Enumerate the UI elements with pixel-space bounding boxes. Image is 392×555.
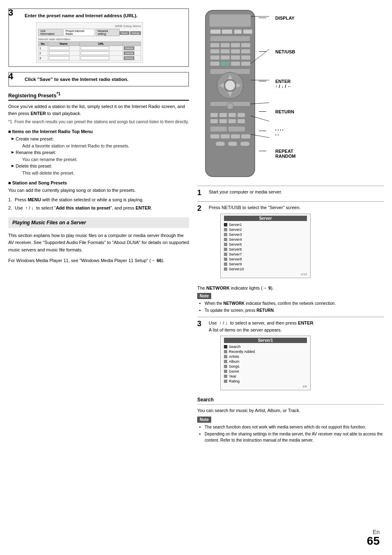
top-menu-sub-2: You can rename the preset.	[16, 156, 189, 163]
server-pagination: 1/10	[224, 272, 307, 276]
top-menu-item-2: Rename this preset: You can rename the p…	[12, 149, 189, 163]
svg-rect-19	[210, 62, 219, 66]
right-step1-number: 1	[197, 189, 205, 197]
server1-pagination: 1/8	[224, 385, 307, 388]
ws-row-1: 1 Delete	[39, 46, 141, 51]
ws-tabs: Unit Information Preset Internet Radio N…	[38, 29, 120, 36]
web-setup-menu: WEB Setup Menu Unit Information Preset I…	[36, 22, 143, 63]
playing-music-box: Playing Music Files on a Server	[8, 217, 189, 228]
svg-rect-38	[219, 119, 227, 123]
top-menu-sub-3: This will delete the preset.	[16, 170, 189, 177]
server-screen-title: Server	[224, 216, 307, 221]
svg-rect-33	[210, 113, 218, 117]
svg-rect-49	[240, 142, 249, 146]
svg-rect-13	[231, 49, 240, 53]
search-title: Search	[197, 397, 384, 403]
screen-server3: Server3	[224, 232, 307, 237]
top-menu-title: Items on the Internet Radio Top Menu	[8, 129, 189, 134]
svg-rect-20	[221, 62, 230, 66]
ws-name-3	[48, 56, 79, 61]
registering-presets-body: Once you've added a station to the list,…	[8, 103, 189, 117]
top-menu-list: Create new preset: Add a favorite statio…	[8, 136, 189, 176]
svg-rect-17	[231, 55, 240, 60]
ws-url-2	[79, 51, 122, 56]
ws-url-3	[79, 56, 122, 61]
svg-rect-22	[241, 62, 250, 66]
svg-rect-37	[210, 119, 218, 123]
ws-setup-button[interactable]: Setup	[130, 31, 141, 35]
ws-tab-preset[interactable]: Preset Internet Radio	[63, 29, 95, 36]
label-netusb: NET/USB	[271, 49, 296, 54]
registering-presets-title: Registering Presets*1	[8, 92, 189, 101]
screen-server4: Server4	[224, 237, 307, 242]
remote-control	[197, 8, 263, 182]
svg-rect-48	[228, 142, 237, 146]
station-song-steps: 1. Press MENU with the station selected …	[8, 196, 189, 212]
top-menu-sub-1: Add a favorite station or Internet Radio…	[16, 143, 189, 150]
step4-box: 4 Click "Save" to save the Internet radi…	[8, 72, 189, 87]
ws-save-button[interactable]: Save	[120, 31, 129, 35]
svg-rect-18	[241, 55, 250, 60]
step4-text: Click "Save" to save the Internet radio …	[25, 76, 184, 83]
note-label: Note	[197, 293, 211, 299]
network-note-2: To update the screen, press RETURN.	[205, 307, 384, 313]
network-indicator-text: The NETWORK indicator lights (→ 9).	[197, 285, 384, 292]
ws-delete-2[interactable]: Delete	[124, 51, 134, 55]
svg-rect-39	[228, 119, 236, 123]
network-notes: When the NETWORK indicator flashes, conf…	[197, 300, 384, 313]
top-menu-item-1: Create new preset: Add a favorite statio…	[12, 136, 189, 149]
ws-no-2: 2	[39, 51, 48, 56]
svg-rect-44	[221, 134, 230, 138]
ws-no-1: 1	[39, 46, 48, 51]
right-step2: 2 Press NET/USB to select the "Server" s…	[197, 201, 384, 281]
ws-row-2: 2 Delete	[39, 51, 141, 56]
right-step1: 1 Start your computer or media server.	[197, 186, 384, 197]
svg-rect-35	[228, 113, 236, 117]
ws-table: No. Name URL 1 Delete 2	[38, 41, 141, 61]
step3-number: 3	[8, 8, 13, 17]
playing-music-body2: For Windows Media Player 11, see "Window…	[8, 257, 189, 265]
svg-rect-40	[238, 119, 245, 123]
ws-title: WEB Setup Menu	[38, 24, 141, 28]
server1-item-songs: Songs	[224, 364, 307, 369]
station-song-step-2: 2. Use ↑ / ↓ to select "Add this station…	[8, 205, 189, 212]
svg-rect-3	[222, 30, 232, 34]
svg-rect-1	[210, 14, 251, 27]
server1-item-genre: Genre	[224, 369, 307, 374]
svg-rect-43	[210, 134, 219, 138]
screen-server10: Server10	[224, 267, 307, 272]
label-display: DISPLAY	[271, 16, 296, 21]
screen-server6: Server6	[224, 247, 307, 252]
playing-music-body1: This section explains how to play music …	[8, 232, 189, 254]
svg-rect-36	[238, 113, 245, 117]
server1-screen-title: Server1	[224, 338, 307, 343]
server1-item-artists: Artists	[224, 354, 307, 359]
svg-rect-15	[210, 55, 219, 60]
svg-rect-2	[210, 30, 221, 34]
ws-tab-unit[interactable]: Unit Information	[38, 29, 62, 36]
station-song-title: Station and Song Presets	[8, 180, 189, 185]
svg-rect-45	[231, 134, 240, 138]
server1-screen: Server1 Search Recently Added Artists Al…	[220, 336, 311, 390]
screen-server9: Server9	[224, 262, 307, 267]
registering-presets-section: Registering Presets*1 Once you've added …	[8, 92, 189, 125]
svg-rect-12	[221, 49, 230, 53]
ws-delete-3[interactable]: Delete	[124, 56, 134, 60]
ws-tab-network[interactable]: Network setting	[96, 29, 120, 36]
server1-item-search: Search	[224, 344, 307, 349]
top-menu-item-3: Delete this preset: This will delete the…	[12, 163, 189, 176]
svg-rect-21	[231, 62, 240, 66]
ws-col-action	[123, 42, 141, 46]
server1-item-rating: Rating	[224, 379, 307, 384]
network-note-1: When the NETWORK indicator flashes, conf…	[205, 300, 384, 306]
svg-rect-10	[241, 43, 250, 47]
svg-rect-41	[210, 127, 227, 131]
page-footer: En 65	[367, 529, 380, 547]
svg-rect-9	[231, 43, 240, 47]
right-step2-text: Press NET/USB to select the "Server" scr…	[209, 204, 384, 211]
label-repeat-random: REPEAT RANDOM	[271, 149, 296, 159]
search-note-2: Depending on the sharing settings in the…	[205, 431, 384, 443]
ws-delete-1[interactable]: Delete	[124, 46, 134, 50]
svg-rect-8	[221, 43, 230, 47]
right-step3: 3 Use ↑ / ↓ to select a server, and then…	[197, 317, 384, 393]
